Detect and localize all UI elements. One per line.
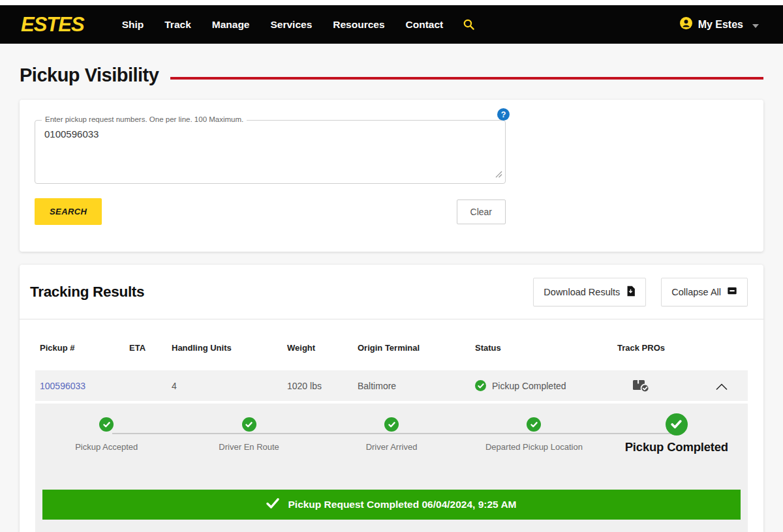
pickup-number-link[interactable]: 100596033: [40, 381, 85, 391]
pickup-progress-stepper: Pickup Accepted Driver En Route Driver A…: [35, 413, 748, 475]
help-icon[interactable]: ?: [497, 108, 510, 121]
step-label: Driver En Route: [219, 442, 279, 452]
step-check-icon: [242, 417, 256, 432]
download-results-button[interactable]: Download Results: [533, 278, 646, 306]
track-pros-icon[interactable]: [632, 378, 715, 394]
col-origin-terminal: Origin Terminal: [358, 338, 475, 353]
nav-item-resources[interactable]: Resources: [333, 19, 384, 31]
pickup-search-card: Enter pickup request numbers. One per li…: [20, 100, 763, 252]
collapse-all-button[interactable]: Collapse All: [661, 278, 748, 306]
title-row: Pickup Visibility: [20, 44, 763, 86]
page-body: Pickup Visibility Enter pickup request n…: [0, 44, 783, 532]
col-eta: ETA: [129, 338, 172, 353]
step-check-icon: [666, 413, 688, 436]
step-pickup-completed: Pickup Completed: [606, 413, 748, 454]
step-check-icon: [384, 417, 399, 432]
completion-banner: Pickup Request Completed 06/04/2024, 9:2…: [42, 490, 741, 520]
form-actions: SEARCH Clear: [35, 198, 506, 225]
main-nav: ESTES Ship Track Manage Services Resourc…: [0, 5, 783, 44]
window-edge: [0, 0, 783, 5]
status-text: Pickup Completed: [492, 381, 566, 391]
nav-item-manage[interactable]: Manage: [212, 19, 250, 31]
search-icon[interactable]: [463, 18, 475, 31]
search-button[interactable]: SEARCH: [35, 198, 102, 225]
nav-item-ship[interactable]: Ship: [122, 19, 144, 31]
my-estes-label: My Estes: [698, 19, 743, 31]
collapse-icon: [727, 286, 737, 298]
my-estes-menu[interactable]: My Estes: [680, 17, 760, 32]
step-departed-pickup-location: Departed Pickup Location: [463, 413, 605, 454]
banner-check-icon: [266, 498, 279, 511]
table-row: 100596033 4 1020 lbs Baltimore Pickup Co…: [35, 370, 748, 401]
step-label: Pickup Completed: [625, 440, 728, 454]
step-label: Departed Pickup Location: [485, 442, 583, 452]
handling-units-value: 4: [172, 381, 287, 391]
download-file-icon: [626, 286, 636, 299]
weight-value: 1020 lbs: [287, 381, 358, 391]
col-handling-units: Handling Units: [172, 338, 287, 353]
col-track-pros: Track PROs: [617, 338, 715, 353]
results-actions: Download Results Collapse All: [533, 278, 748, 306]
resize-handle-icon[interactable]: [495, 169, 502, 181]
step-driver-arrived: Driver Arrived: [320, 413, 463, 454]
title-divider: [170, 77, 763, 80]
col-status: Status: [475, 338, 617, 353]
status-check-icon: [475, 380, 486, 391]
expanded-detail-panel: Pickup Accepted Driver En Route Driver A…: [35, 404, 748, 532]
pickup-numbers-label: Enter pickup request numbers. One per li…: [42, 115, 247, 123]
tracking-results-title: Tracking Results: [30, 284, 144, 301]
clear-button[interactable]: Clear: [457, 200, 506, 224]
download-results-label: Download Results: [544, 287, 620, 297]
banner-text: Pickup Request Completed 06/04/2024, 9:2…: [288, 499, 516, 510]
step-pickup-accepted: Pickup Accepted: [35, 413, 177, 454]
chevron-up-icon[interactable]: [715, 381, 728, 391]
table-header-row: Pickup # ETA Handling Units Weight Origi…: [35, 319, 748, 370]
tracking-results-card: Tracking Results Download Results Collap…: [20, 265, 763, 532]
estes-logo[interactable]: ESTES: [21, 13, 84, 37]
user-icon: [680, 17, 692, 32]
step-label: Pickup Accepted: [75, 442, 138, 452]
collapse-all-label: Collapse All: [671, 287, 721, 297]
nav-item-contact[interactable]: Contact: [406, 19, 444, 31]
nav-item-services[interactable]: Services: [270, 19, 312, 31]
pickup-numbers-field-wrap: Enter pickup request numbers. One per li…: [35, 120, 506, 184]
step-driver-en-route: Driver En Route: [177, 413, 320, 454]
step-check-icon: [99, 417, 114, 432]
col-pickup-number: Pickup #: [40, 338, 129, 353]
results-table: Pickup # ETA Handling Units Weight Origi…: [20, 319, 763, 404]
status-cell: Pickup Completed: [475, 380, 617, 391]
chevron-down-icon: [752, 20, 760, 31]
page-title: Pickup Visibility: [20, 65, 159, 86]
origin-terminal-value: Baltimore: [358, 381, 475, 391]
step-check-icon: [527, 417, 541, 432]
step-label: Driver Arrived: [366, 442, 418, 452]
nav-item-track[interactable]: Track: [164, 19, 191, 31]
tracking-results-header: Tracking Results Download Results Collap…: [20, 265, 763, 319]
nav-links: Ship Track Manage Services Resources Con…: [122, 19, 444, 31]
pickup-numbers-input[interactable]: 0100596033: [35, 121, 505, 183]
col-weight: Weight: [287, 338, 358, 353]
